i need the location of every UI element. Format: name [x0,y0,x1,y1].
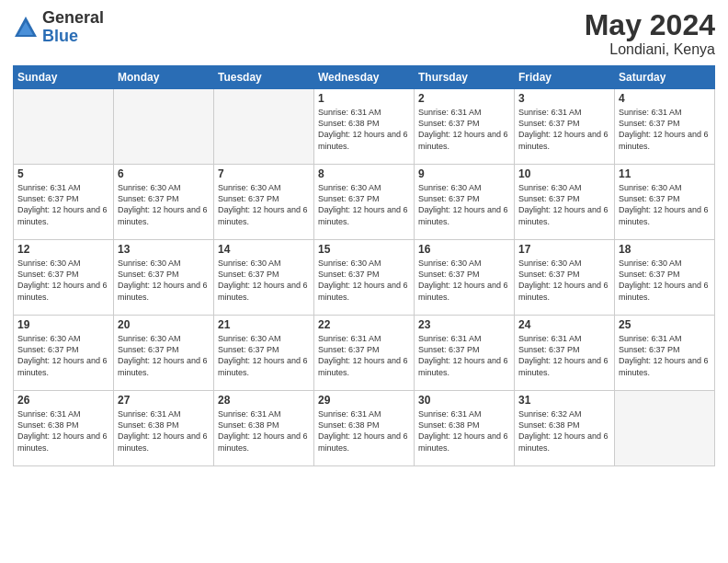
calendar-cell-w2-d1: 5Sunrise: 6:31 AM Sunset: 6:37 PM Daylig… [14,165,114,240]
day-number: 2 [418,92,510,105]
calendar-cell-w4-d6: 24Sunrise: 6:31 AM Sunset: 6:37 PM Dayli… [515,316,615,391]
calendar-cell-w4-d7: 25Sunrise: 6:31 AM Sunset: 6:37 PM Dayli… [615,316,715,391]
calendar-cell-w3-d1: 12Sunrise: 6:30 AM Sunset: 6:37 PM Dayli… [14,240,114,316]
day-info: Sunrise: 6:30 AM Sunset: 6:37 PM Dayligh… [118,333,210,378]
calendar-cell-w1-d3 [214,89,314,165]
day-info: Sunrise: 6:31 AM Sunset: 6:38 PM Dayligh… [17,408,109,454]
day-number: 13 [118,243,210,256]
logo: General Blue [13,9,104,46]
header-saturday: Saturday [615,66,715,89]
day-info: Sunrise: 6:30 AM Sunset: 6:37 PM Dayligh… [518,182,610,227]
day-info: Sunrise: 6:31 AM Sunset: 6:37 PM Dayligh… [418,107,510,152]
calendar-cell-w1-d5: 2Sunrise: 6:31 AM Sunset: 6:37 PM Daylig… [415,89,515,165]
day-info: Sunrise: 6:30 AM Sunset: 6:37 PM Dayligh… [17,258,109,303]
calendar-cell-w3-d3: 14Sunrise: 6:30 AM Sunset: 6:37 PM Dayli… [214,240,314,316]
day-number: 11 [619,167,711,180]
calendar-cell-w5-d6: 31Sunrise: 6:32 AM Sunset: 6:38 PM Dayli… [515,391,615,466]
title-block: May 2024 Londiani, Kenya [585,9,715,58]
day-number: 17 [518,243,610,256]
day-info: Sunrise: 6:30 AM Sunset: 6:37 PM Dayligh… [17,333,109,378]
calendar-cell-w4-d2: 20Sunrise: 6:30 AM Sunset: 6:37 PM Dayli… [114,316,214,391]
day-number: 19 [17,318,109,331]
day-number: 8 [318,167,410,180]
header-thursday: Thursday [415,66,515,89]
day-number: 28 [218,394,310,407]
day-info: Sunrise: 6:31 AM Sunset: 6:37 PM Dayligh… [619,333,711,378]
page: General Blue May 2024 Londiani, Kenya Su… [0,0,728,563]
day-info: Sunrise: 6:30 AM Sunset: 6:37 PM Dayligh… [118,258,210,303]
day-info: Sunrise: 6:31 AM Sunset: 6:37 PM Dayligh… [318,333,410,378]
day-info: Sunrise: 6:31 AM Sunset: 6:38 PM Dayligh… [418,408,510,454]
title-location: Londiani, Kenya [585,41,715,58]
calendar-cell-w3-d4: 15Sunrise: 6:30 AM Sunset: 6:37 PM Dayli… [314,240,415,316]
day-info: Sunrise: 6:30 AM Sunset: 6:37 PM Dayligh… [118,182,210,227]
day-number: 30 [418,394,510,407]
day-number: 14 [218,243,310,256]
day-info: Sunrise: 6:31 AM Sunset: 6:38 PM Dayligh… [318,107,410,152]
logo-blue-text: Blue [42,28,104,46]
calendar-header-row: Sunday Monday Tuesday Wednesday Thursday… [14,66,715,89]
header-monday: Monday [114,66,214,89]
day-info: Sunrise: 6:31 AM Sunset: 6:37 PM Dayligh… [518,107,610,152]
header-friday: Friday [515,66,615,89]
calendar-cell-w5-d7 [615,391,715,466]
calendar-week-2: 5Sunrise: 6:31 AM Sunset: 6:37 PM Daylig… [14,165,715,240]
calendar-cell-w1-d4: 1Sunrise: 6:31 AM Sunset: 6:38 PM Daylig… [314,89,415,165]
day-info: Sunrise: 6:31 AM Sunset: 6:37 PM Dayligh… [619,107,711,152]
calendar-cell-w4-d5: 23Sunrise: 6:31 AM Sunset: 6:37 PM Dayli… [415,316,515,391]
day-number: 27 [118,394,210,407]
calendar-week-4: 19Sunrise: 6:30 AM Sunset: 6:37 PM Dayli… [14,316,715,391]
day-number: 16 [418,243,510,256]
calendar-cell-w4-d4: 22Sunrise: 6:31 AM Sunset: 6:37 PM Dayli… [314,316,415,391]
calendar-cell-w2-d4: 8Sunrise: 6:30 AM Sunset: 6:37 PM Daylig… [314,165,415,240]
day-info: Sunrise: 6:30 AM Sunset: 6:37 PM Dayligh… [418,182,510,227]
logo-icon [13,15,39,40]
calendar-cell-w5-d2: 27Sunrise: 6:31 AM Sunset: 6:38 PM Dayli… [114,391,214,466]
day-number: 18 [619,243,711,256]
day-info: Sunrise: 6:30 AM Sunset: 6:37 PM Dayligh… [218,182,310,227]
calendar-cell-w1-d2 [114,89,214,165]
calendar-cell-w5-d3: 28Sunrise: 6:31 AM Sunset: 6:38 PM Dayli… [214,391,314,466]
day-info: Sunrise: 6:30 AM Sunset: 6:37 PM Dayligh… [619,182,711,227]
calendar-week-1: 1Sunrise: 6:31 AM Sunset: 6:38 PM Daylig… [14,89,715,165]
day-info: Sunrise: 6:31 AM Sunset: 6:37 PM Dayligh… [17,182,109,227]
day-number: 26 [17,394,109,407]
day-number: 3 [518,92,610,105]
calendar-cell-w5-d5: 30Sunrise: 6:31 AM Sunset: 6:38 PM Dayli… [415,391,515,466]
day-info: Sunrise: 6:31 AM Sunset: 6:37 PM Dayligh… [518,333,610,378]
calendar-cell-w1-d1 [14,89,114,165]
calendar-cell-w4-d3: 21Sunrise: 6:30 AM Sunset: 6:37 PM Dayli… [214,316,314,391]
logo-text: General Blue [42,9,104,46]
header-sunday: Sunday [14,66,114,89]
calendar-cell-w2-d5: 9Sunrise: 6:30 AM Sunset: 6:37 PM Daylig… [415,165,515,240]
day-number: 22 [318,318,410,331]
logo-general-text: General [42,9,104,28]
title-month: May 2024 [585,9,715,41]
header: General Blue May 2024 Londiani, Kenya [13,9,715,58]
calendar-cell-w2-d6: 10Sunrise: 6:30 AM Sunset: 6:37 PM Dayli… [515,165,615,240]
day-number: 12 [17,243,109,256]
day-number: 24 [518,318,610,331]
day-info: Sunrise: 6:30 AM Sunset: 6:37 PM Dayligh… [218,258,310,303]
day-number: 4 [619,92,711,105]
day-number: 23 [418,318,510,331]
day-number: 5 [17,167,109,180]
day-number: 10 [518,167,610,180]
calendar-cell-w2-d2: 6Sunrise: 6:30 AM Sunset: 6:37 PM Daylig… [114,165,214,240]
header-wednesday: Wednesday [314,66,415,89]
calendar-week-3: 12Sunrise: 6:30 AM Sunset: 6:37 PM Dayli… [14,240,715,316]
day-number: 20 [118,318,210,331]
calendar-cell-w4-d1: 19Sunrise: 6:30 AM Sunset: 6:37 PM Dayli… [14,316,114,391]
calendar-cell-w3-d7: 18Sunrise: 6:30 AM Sunset: 6:37 PM Dayli… [615,240,715,316]
header-tuesday: Tuesday [214,66,314,89]
day-info: Sunrise: 6:31 AM Sunset: 6:38 PM Dayligh… [118,408,210,454]
calendar-cell-w5-d1: 26Sunrise: 6:31 AM Sunset: 6:38 PM Dayli… [14,391,114,466]
day-info: Sunrise: 6:30 AM Sunset: 6:37 PM Dayligh… [318,182,410,227]
calendar-cell-w1-d7: 4Sunrise: 6:31 AM Sunset: 6:37 PM Daylig… [615,89,715,165]
calendar-cell-w3-d6: 17Sunrise: 6:30 AM Sunset: 6:37 PM Dayli… [515,240,615,316]
calendar-table: Sunday Monday Tuesday Wednesday Thursday… [13,65,715,466]
day-info: Sunrise: 6:31 AM Sunset: 6:38 PM Dayligh… [318,408,410,454]
day-number: 7 [218,167,310,180]
calendar-cell-w3-d2: 13Sunrise: 6:30 AM Sunset: 6:37 PM Dayli… [114,240,214,316]
day-number: 9 [418,167,510,180]
